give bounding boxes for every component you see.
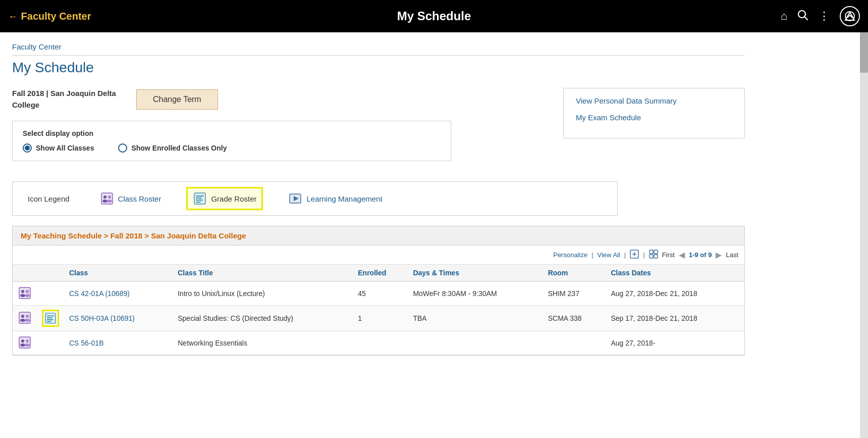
svg-rect-10 bbox=[196, 196, 204, 197]
svg-point-22 bbox=[21, 290, 24, 293]
class-roster-item[interactable]: Class Roster bbox=[95, 188, 167, 209]
change-term-button[interactable]: Change Term bbox=[136, 89, 218, 110]
col-icon bbox=[13, 265, 37, 281]
svg-point-7 bbox=[102, 200, 107, 203]
row-room bbox=[543, 331, 606, 355]
show-enrolled-only-radio[interactable]: Show Enrolled Classes Only bbox=[118, 143, 227, 153]
table-header-row: Class Class Title Enrolled Days & Times … bbox=[13, 265, 744, 281]
first-label[interactable]: First bbox=[662, 251, 675, 259]
term-line1: Fall 2018 | San Joaquin Delta bbox=[12, 88, 116, 100]
prev-page-arrow[interactable]: ◀ bbox=[679, 250, 685, 260]
col-icon2 bbox=[37, 265, 64, 281]
svg-rect-32 bbox=[47, 315, 55, 316]
col-class: Class bbox=[64, 265, 173, 281]
personalize-link[interactable]: Personalize bbox=[553, 251, 587, 259]
row-class-title: Intro to Unix/Linux (Lecture) bbox=[173, 281, 353, 306]
scrollbar-thumb[interactable] bbox=[860, 32, 868, 73]
col-class-title: Class Title bbox=[173, 265, 353, 281]
row-room: SHIM 237 bbox=[543, 281, 606, 306]
row-class-icon-cell[interactable] bbox=[13, 331, 37, 355]
show-all-label: Show All Classes bbox=[36, 144, 94, 152]
page-info: 1-9 of 9 bbox=[689, 251, 712, 259]
more-options-icon[interactable]: ⋮ bbox=[819, 11, 830, 22]
svg-line-1 bbox=[805, 17, 808, 20]
learning-management-label: Learning Management bbox=[306, 194, 382, 203]
view-all-link[interactable]: View All bbox=[598, 251, 620, 259]
top-nav: ← Faculty Center My Schedule ⌂ ⋮ bbox=[0, 0, 868, 32]
avatar[interactable] bbox=[840, 6, 860, 26]
class-roster-row-icon[interactable] bbox=[18, 335, 32, 350]
row-grade-icon-cell[interactable] bbox=[37, 281, 64, 306]
svg-rect-12 bbox=[196, 200, 203, 201]
table-row: CS 42-01A (10689)Intro to Unix/Linux (Le… bbox=[13, 281, 744, 306]
svg-rect-17 bbox=[649, 250, 653, 254]
table-row: CS 50H-03A (10691)Special Studies: CS (D… bbox=[13, 306, 744, 331]
class-roster-row-icon[interactable] bbox=[18, 311, 32, 325]
col-room: Room bbox=[543, 265, 606, 281]
radio-group: Show All Classes Show Enrolled Classes O… bbox=[23, 143, 441, 153]
top-nav-actions: ⌂ ⋮ bbox=[781, 6, 860, 26]
search-icon[interactable] bbox=[797, 10, 808, 23]
row-class-icon-cell[interactable] bbox=[13, 281, 37, 306]
svg-point-5 bbox=[103, 196, 106, 199]
main-top-section: Fall 2018 | San Joaquin Delta College Ch… bbox=[12, 88, 745, 171]
icon-legend-item[interactable]: Icon Legend bbox=[23, 191, 75, 206]
grade-roster-row-icon-highlighted[interactable] bbox=[42, 310, 59, 327]
class-roster-label: Class Roster bbox=[118, 194, 161, 203]
grade-roster-label: Grade Roster bbox=[211, 194, 256, 203]
col-class-dates: Class Dates bbox=[606, 265, 744, 281]
class-roster-icon bbox=[100, 191, 114, 206]
row-days-times: TBA bbox=[408, 306, 542, 331]
grade-roster-item[interactable]: Grade Roster bbox=[186, 187, 263, 210]
class-link[interactable]: CS 42-01A (10689) bbox=[69, 289, 130, 298]
svg-rect-19 bbox=[649, 255, 653, 258]
table-icon-2[interactable] bbox=[649, 250, 658, 260]
faculty-center-back-button[interactable]: ← Faculty Center bbox=[8, 11, 91, 22]
row-grade-icon-cell[interactable] bbox=[37, 331, 64, 355]
page-header-title: My Schedule bbox=[397, 9, 471, 23]
row-grade-icon-cell[interactable] bbox=[37, 306, 64, 331]
next-page-arrow[interactable]: ▶ bbox=[716, 250, 722, 260]
row-class-dates: Sep 17, 2018-Dec 21, 2018 bbox=[606, 306, 744, 331]
term-line2: College bbox=[12, 100, 116, 111]
schedule-heading: My Teaching Schedule > Fall 2018 > San J… bbox=[12, 226, 745, 246]
table-icon-1[interactable] bbox=[630, 250, 639, 260]
svg-point-39 bbox=[20, 344, 25, 347]
svg-point-37 bbox=[21, 339, 24, 343]
page-content: Faculty Center My Schedule Fall 2018 | S… bbox=[0, 32, 757, 366]
my-exam-schedule-link[interactable]: My Exam Schedule bbox=[576, 113, 732, 122]
left-section: Fall 2018 | San Joaquin Delta College Ch… bbox=[12, 88, 551, 171]
class-link[interactable]: CS 50H-03A (10691) bbox=[69, 314, 135, 322]
svg-point-38 bbox=[26, 339, 29, 343]
svg-point-6 bbox=[108, 196, 111, 199]
term-info: Fall 2018 | San Joaquin Delta College bbox=[12, 88, 116, 111]
class-link[interactable]: CS 56-01B bbox=[69, 339, 103, 347]
last-label[interactable]: Last bbox=[726, 251, 738, 259]
row-enrolled: 45 bbox=[353, 281, 408, 306]
row-class-icon-cell[interactable] bbox=[13, 306, 37, 331]
row-days-times bbox=[408, 331, 542, 355]
table-controls: Personalize | View All | | First ◀ bbox=[13, 246, 744, 265]
col-days-times: Days & Times bbox=[408, 265, 542, 281]
view-personal-data-link[interactable]: View Personal Data Summary bbox=[576, 96, 732, 105]
learning-management-item[interactable]: Learning Management bbox=[283, 188, 387, 209]
svg-rect-33 bbox=[47, 317, 52, 318]
schedule-table-wrapper: Personalize | View All | | First ◀ bbox=[12, 246, 745, 356]
table-row: CS 56-01BNetworking EssentialsAug 27, 20… bbox=[13, 331, 744, 355]
svg-point-24 bbox=[20, 294, 25, 297]
row-class: CS 50H-03A (10691) bbox=[64, 306, 173, 331]
class-roster-row-icon[interactable] bbox=[18, 286, 32, 300]
home-icon[interactable]: ⌂ bbox=[781, 11, 787, 22]
show-all-radio-circle bbox=[23, 143, 32, 153]
scrollbar[interactable] bbox=[860, 32, 868, 366]
svg-point-23 bbox=[26, 290, 29, 293]
display-options-box: Select display option Show All Classes S… bbox=[12, 121, 451, 161]
show-enrolled-radio-circle bbox=[118, 143, 127, 153]
learning-management-icon bbox=[288, 191, 302, 206]
show-all-classes-radio[interactable]: Show All Classes bbox=[23, 143, 94, 153]
svg-point-30 bbox=[25, 319, 30, 322]
svg-point-28 bbox=[26, 315, 29, 318]
row-enrolled: 1 bbox=[353, 306, 408, 331]
breadcrumb[interactable]: Faculty Center bbox=[12, 42, 745, 56]
row-class-title: Special Studies: CS (Directed Study) bbox=[173, 306, 353, 331]
